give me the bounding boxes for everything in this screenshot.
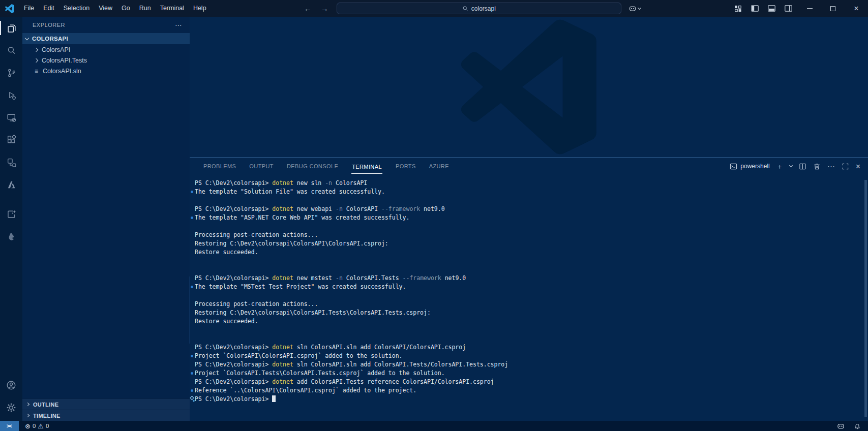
panel-tab-problems[interactable]: PROBLEMS bbox=[203, 158, 236, 175]
sidebar-section-outline[interactable]: OUTLINE bbox=[22, 398, 190, 410]
command-status-bullet bbox=[191, 355, 193, 357]
sidebar-section-timeline[interactable]: TIMELINE bbox=[22, 410, 190, 421]
back-button[interactable]: ← bbox=[304, 4, 312, 13]
activity-item-search[interactable] bbox=[0, 39, 22, 61]
tab-label: AZURE bbox=[429, 163, 449, 169]
error-count: 0 bbox=[33, 423, 36, 429]
command-status-bullet bbox=[191, 191, 193, 193]
sidebar-title: EXPLORER bbox=[33, 22, 65, 28]
terminal-instance-item[interactable]: powershell bbox=[730, 163, 769, 170]
gear-icon bbox=[6, 402, 17, 413]
terminal-scrollbar[interactable] bbox=[864, 180, 867, 417]
toggle-secondary-sidebar-button[interactable] bbox=[784, 4, 793, 13]
menu-selection[interactable]: Selection bbox=[59, 0, 94, 17]
more-actions-icon[interactable]: ⋯ bbox=[175, 21, 183, 29]
panel-tab-output[interactable]: OUTPUT bbox=[249, 158, 274, 175]
copilot-edits-icon bbox=[6, 209, 17, 220]
chevron-right-icon bbox=[34, 58, 38, 62]
panel-tab-debug-console[interactable]: DEBUG CONSOLE bbox=[287, 158, 338, 175]
panel-tab-ports[interactable]: PORTS bbox=[396, 158, 416, 175]
explorer-root-folder[interactable]: COLORSAPI bbox=[22, 33, 190, 44]
maximize-panel-button[interactable] bbox=[842, 163, 849, 170]
terminal-line: Restore succeeded. bbox=[195, 317, 868, 326]
copilot-status-button[interactable] bbox=[837, 422, 845, 430]
minimize-button[interactable] bbox=[798, 0, 821, 17]
activity-item-copilot-edits[interactable] bbox=[0, 203, 22, 225]
chevron-right-icon bbox=[26, 414, 29, 417]
error-icon: ⊗ bbox=[25, 423, 31, 429]
terminal-line: PS C:\Dev2\colorsapi> dotnet sln ColorsA… bbox=[195, 360, 868, 369]
copilot-menu-button[interactable] bbox=[628, 5, 641, 13]
extensions-icon bbox=[6, 135, 17, 145]
source-control-branch-icon bbox=[6, 68, 17, 78]
remote-indicator-button[interactable]: >< bbox=[0, 421, 19, 431]
tab-label: DEBUG CONSOLE bbox=[287, 163, 338, 169]
section-label: TIMELINE bbox=[33, 413, 61, 419]
tab-label: PROBLEMS bbox=[203, 163, 236, 169]
command-status-bullet bbox=[191, 389, 193, 392]
terminal-dropdown-chevron-icon[interactable] bbox=[789, 164, 793, 167]
tree-item-colorsapi-sln[interactable]: ≡ColorsAPI.sln bbox=[22, 66, 190, 76]
toggle-panel-button[interactable] bbox=[767, 4, 776, 13]
close-window-button[interactable]: × bbox=[845, 0, 868, 17]
tree-item-colorsapi[interactable]: ColorsAPI bbox=[22, 44, 190, 55]
terminal-line: PS C:\Dev2\colorsapi> dotnet new webapi … bbox=[195, 205, 868, 213]
copilot-icon bbox=[628, 5, 637, 13]
editor-area[interactable] bbox=[190, 17, 868, 157]
menu-terminal[interactable]: Terminal bbox=[156, 0, 189, 17]
close-panel-button[interactable]: × bbox=[856, 163, 860, 170]
panel-tab-terminal[interactable]: TERMINAL bbox=[351, 158, 382, 175]
split-terminal-button[interactable] bbox=[799, 163, 806, 170]
activity-item-azure[interactable] bbox=[0, 173, 22, 196]
toggle-primary-sidebar-button[interactable] bbox=[751, 4, 759, 13]
command-center-search[interactable]: colorsapi bbox=[337, 3, 621, 14]
activity-item-source-control[interactable] bbox=[0, 61, 22, 84]
terminal-line: Project `ColorsAPI.Tests\ColorsAPI.Tests… bbox=[195, 369, 868, 378]
menu-edit[interactable]: Edit bbox=[39, 0, 59, 17]
problems-status-button[interactable]: ⊗ 0 ⚠ 0 bbox=[25, 423, 49, 429]
chevron-right-icon bbox=[34, 47, 38, 51]
new-terminal-button[interactable]: ＋ bbox=[776, 163, 783, 170]
shell-label: powershell bbox=[740, 163, 769, 170]
customize-layout-button[interactable] bbox=[734, 4, 742, 13]
forward-button[interactable]: → bbox=[321, 4, 328, 13]
tree-item-label: ColorsAPI.sln bbox=[43, 68, 81, 75]
activity-item-flame[interactable] bbox=[0, 225, 22, 248]
terminal-line: PS C:\Dev2\colorsapi> dotnet new mstest … bbox=[195, 274, 868, 283]
terminal-line: Restoring C:\Dev2\colorsapi\ColorsAPI.Te… bbox=[195, 309, 868, 317]
terminal-line: Processing post-creation actions... bbox=[195, 300, 868, 309]
search-value: colorsapi bbox=[471, 5, 496, 12]
terminal-blank-line bbox=[195, 222, 868, 231]
terminal-line: The template "ASP.NET Core Web API" was … bbox=[195, 213, 868, 222]
settings-button[interactable] bbox=[0, 396, 22, 419]
tree-item-colorsapi-tests[interactable]: ColorsAPI.Tests bbox=[22, 55, 190, 66]
menu-file[interactable]: File bbox=[19, 0, 39, 17]
tree-item-label: ColorsAPI.Tests bbox=[42, 57, 87, 64]
menu-go[interactable]: Go bbox=[117, 0, 135, 17]
menu-run[interactable]: Run bbox=[135, 0, 156, 17]
accounts-button[interactable] bbox=[0, 374, 22, 396]
copilot-sparkle-icon bbox=[190, 396, 195, 403]
activity-item-run-debug[interactable] bbox=[0, 84, 22, 106]
terminal-line: PS C:\Dev2\colorsapi> dotnet sln ColorsA… bbox=[195, 343, 868, 352]
activity-item-containers[interactable] bbox=[0, 151, 22, 173]
notifications-bell-button[interactable] bbox=[854, 422, 861, 430]
menu-view[interactable]: View bbox=[94, 0, 117, 17]
maximize-button[interactable] bbox=[821, 0, 845, 17]
terminal-view[interactable]: PS C:\Dev2\colorsapi> dotnet new sln -n … bbox=[190, 175, 868, 421]
sidebar-sections: OUTLINETIMELINE bbox=[22, 398, 190, 421]
menu-help[interactable]: Help bbox=[189, 0, 211, 17]
panel-tab-azure[interactable]: AZURE bbox=[429, 158, 449, 175]
panel-more-actions-button[interactable]: ⋯ bbox=[827, 163, 835, 170]
terminal-line: PS C:\Dev2\colorsapi> dotnet new sln -n … bbox=[195, 179, 868, 188]
tree-item-label: ColorsAPI bbox=[42, 46, 70, 53]
kill-terminal-trash-button[interactable] bbox=[813, 163, 821, 170]
vscode-window: FileEditSelectionViewGoRunTerminalHelp ←… bbox=[0, 0, 868, 431]
activity-item-extensions[interactable] bbox=[0, 129, 22, 151]
maximize-icon bbox=[830, 6, 835, 11]
explorer-tree: ColorsAPIColorsAPI.Tests≡ColorsAPI.sln bbox=[22, 44, 190, 76]
activity-item-explorer[interactable] bbox=[0, 17, 22, 39]
activity-item-remote-explorer[interactable] bbox=[0, 106, 22, 129]
terminal-blank-line bbox=[195, 257, 868, 265]
terminal-line: PS C:\Dev2\colorsapi> dotnet add ColorsA… bbox=[195, 378, 868, 386]
